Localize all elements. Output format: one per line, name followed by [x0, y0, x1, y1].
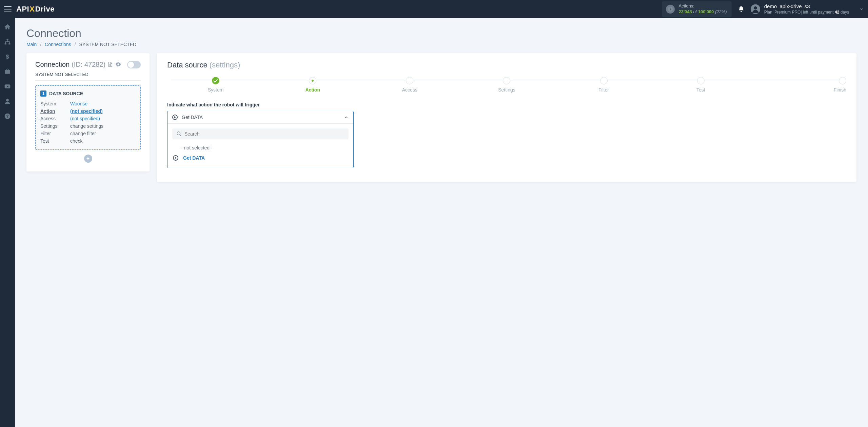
search-input[interactable] — [184, 131, 344, 137]
bell-icon[interactable] — [738, 6, 745, 13]
action-field-label: Indicate what action the robot will trig… — [167, 102, 846, 107]
svg-rect-4 — [7, 39, 8, 40]
row-settings: Settingschange settings — [40, 122, 136, 130]
data-source-card: Data source (settings) System Action Acc… — [157, 53, 856, 182]
logo-api: API — [16, 5, 29, 14]
row-access: Access(not specified) — [40, 115, 136, 122]
chevron-up-icon — [344, 115, 349, 120]
play-icon — [172, 115, 178, 120]
rc-title: Data source (settings) — [167, 61, 846, 69]
crumb-current: SYSTEM NOT SELECTED — [79, 42, 137, 47]
row-action: Action(not specified) — [40, 107, 136, 115]
info-icon: i — [666, 5, 675, 14]
option-none[interactable]: - not selected - — [172, 143, 349, 153]
youtube-icon[interactable] — [4, 83, 11, 90]
hamburger-icon[interactable] — [4, 6, 12, 12]
logo[interactable]: APIXDrive — [16, 5, 55, 14]
svg-rect-5 — [5, 43, 6, 44]
step-access[interactable]: Access — [361, 77, 458, 93]
svg-text:$: $ — [6, 54, 9, 60]
user-icon[interactable] — [4, 98, 11, 105]
sidebar: $ ? — [0, 18, 15, 190]
briefcase-icon[interactable] — [4, 68, 11, 75]
svg-point-3 — [754, 6, 757, 9]
step-finish[interactable]: Finish — [749, 77, 846, 93]
step-action[interactable]: Action — [264, 77, 361, 93]
row-system: SystemWoorise — [40, 100, 136, 107]
user-menu[interactable]: demo_apix-drive_s3 Plan |Premium PRO| le… — [751, 3, 864, 15]
content-area: Connection Main / Connections / SYSTEM N… — [15, 18, 868, 190]
conn-id: (ID: 47282) — [72, 61, 105, 68]
sitemap-icon[interactable] — [4, 38, 11, 45]
search-icon — [176, 131, 182, 137]
ds-table: SystemWoorise Action(not specified) Acce… — [40, 100, 136, 145]
user-text: demo_apix-drive_s3 Plan |Premium PRO| le… — [764, 3, 849, 15]
ds-number: 1 — [40, 90, 46, 97]
stepper: System Action Access Settings Filter Tes… — [167, 77, 846, 93]
add-button[interactable]: + — [84, 155, 92, 163]
access-link[interactable]: (not specified) — [70, 116, 100, 121]
breadcrumb: Main / Connections / SYSTEM NOT SELECTED — [26, 42, 856, 47]
row-test: Testcheck — [40, 137, 136, 145]
actions-counter[interactable]: i Actions: 22'048 of 100'000 (22%) — [662, 1, 732, 17]
option-get-data[interactable]: Get DATA — [172, 153, 349, 163]
step-filter[interactable]: Filter — [555, 77, 652, 93]
row-filter: Filterchange filter — [40, 130, 136, 137]
filter-link[interactable]: change filter — [70, 130, 136, 137]
step-system[interactable]: System — [167, 77, 264, 93]
step-test[interactable]: Test — [652, 77, 749, 93]
actions-text: Actions: 22'048 of 100'000 (22%) — [679, 3, 727, 15]
home-icon[interactable] — [4, 23, 11, 30]
gear-icon[interactable] — [116, 62, 122, 68]
dollar-icon[interactable]: $ — [4, 53, 11, 60]
avatar-icon — [751, 4, 760, 14]
data-source-box: 1 DATA SOURCE SystemWoorise Action(not s… — [35, 85, 141, 150]
svg-point-13 — [177, 132, 180, 135]
test-link[interactable]: check — [70, 137, 136, 145]
svg-text:i: i — [670, 7, 671, 11]
page-title: Connection — [26, 27, 856, 40]
play-icon — [173, 155, 178, 161]
svg-rect-8 — [5, 70, 10, 74]
document-icon[interactable] — [107, 62, 114, 68]
svg-text:?: ? — [6, 114, 8, 118]
action-link[interactable]: (not specified) — [70, 108, 103, 114]
select-head[interactable]: Get DATA — [167, 111, 353, 124]
select-value: Get DATA — [182, 115, 203, 120]
help-icon[interactable]: ? — [4, 113, 11, 120]
crumb-connections[interactable]: Connections — [45, 42, 71, 47]
top-header: APIXDrive i Actions: 22'048 of 100'000 (… — [0, 0, 868, 18]
conn-title: Connection — [35, 61, 70, 68]
system-not-selected-label: SYSTEM NOT SELECTED — [35, 72, 141, 81]
enable-toggle[interactable] — [127, 61, 141, 68]
svg-rect-6 — [8, 43, 10, 44]
ds-label: DATA SOURCE — [49, 91, 83, 96]
search-box — [172, 128, 349, 139]
connection-card: Connection (ID: 47282) SYSTEM NOT SELECT… — [26, 53, 150, 171]
settings-link[interactable]: change settings — [70, 122, 136, 130]
action-select: Get DATA - not selected - Get DATA — [167, 111, 354, 168]
logo-drive: Drive — [35, 5, 55, 14]
system-link[interactable]: Woorise — [70, 101, 87, 106]
crumb-main[interactable]: Main — [26, 42, 37, 47]
svg-point-10 — [6, 99, 9, 102]
select-dropdown: - not selected - Get DATA — [167, 124, 353, 168]
chevron-down-icon — [859, 7, 864, 12]
step-settings[interactable]: Settings — [458, 77, 555, 93]
